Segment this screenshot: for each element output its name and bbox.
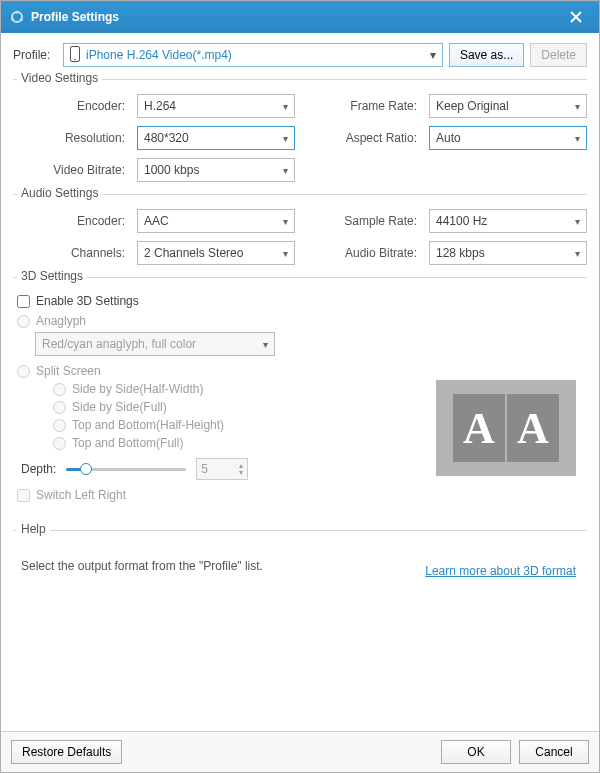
sample-rate-select[interactable]: 44100 Hz▾	[429, 209, 587, 233]
chevron-down-icon: ▾	[263, 339, 268, 350]
split-screen-label: Split Screen	[36, 364, 101, 378]
tb-full-label: Top and Bottom(Full)	[72, 436, 183, 450]
chevron-down-icon: ▾	[575, 248, 580, 259]
video-bitrate-label: Video Bitrate:	[17, 163, 125, 177]
save-as-button[interactable]: Save as...	[449, 43, 524, 67]
close-icon	[570, 11, 582, 23]
tb-full-radio	[53, 437, 66, 450]
chevron-down-icon: ▾	[575, 133, 580, 144]
frame-rate-select[interactable]: Keep Original▾	[429, 94, 587, 118]
audio-encoder-label: Encoder:	[17, 214, 125, 228]
restore-defaults-button[interactable]: Restore Defaults	[11, 740, 122, 764]
split-screen-radio	[17, 365, 30, 378]
help-title: Help	[17, 522, 50, 536]
depth-label: Depth:	[21, 462, 56, 476]
sbs-half-radio	[53, 383, 66, 396]
audio-settings-title: Audio Settings	[17, 186, 102, 200]
enable-3d-checkbox[interactable]	[17, 295, 30, 308]
title-bar: Profile Settings	[1, 1, 599, 33]
delete-button: Delete	[530, 43, 587, 67]
sbs-full-radio	[53, 401, 66, 414]
preview-aa-icon: AA	[453, 394, 559, 462]
window-title: Profile Settings	[31, 10, 119, 24]
video-settings-title: Video Settings	[17, 71, 102, 85]
resolution-label: Resolution:	[17, 131, 125, 145]
frame-rate-label: Frame Rate:	[307, 99, 417, 113]
tb-half-radio	[53, 419, 66, 432]
depth-slider[interactable]	[66, 461, 186, 477]
3d-preview: AA	[436, 380, 576, 476]
chevron-down-icon: ▾	[575, 101, 580, 112]
channels-select[interactable]: 2 Channels Stereo▾	[137, 241, 295, 265]
tb-half-label: Top and Bottom(Half-Height)	[72, 418, 224, 432]
aspect-ratio-select[interactable]: Auto▾	[429, 126, 587, 150]
3d-settings-title: 3D Settings	[17, 269, 87, 283]
switch-lr-checkbox	[17, 489, 30, 502]
channels-label: Channels:	[17, 246, 125, 260]
aspect-ratio-label: Aspect Ratio:	[307, 131, 417, 145]
help-text: Select the output format from the "Profi…	[21, 559, 587, 573]
switch-lr-label: Switch Left Right	[36, 488, 126, 502]
cancel-button[interactable]: Cancel	[519, 740, 589, 764]
spinner-arrows-icon: ▴▾	[239, 462, 243, 476]
device-icon	[70, 46, 80, 65]
profile-label: Profile:	[13, 48, 57, 62]
audio-encoder-select[interactable]: AAC▾	[137, 209, 295, 233]
depth-spinner: 5 ▴▾	[196, 458, 248, 480]
audio-bitrate-select[interactable]: 128 kbps▾	[429, 241, 587, 265]
video-encoder-select[interactable]: H.264▾	[137, 94, 295, 118]
profile-select[interactable]: iPhone H.264 Video(*.mp4) ▾	[63, 43, 443, 67]
chevron-down-icon: ▾	[283, 101, 288, 112]
enable-3d-label: Enable 3D Settings	[36, 294, 139, 308]
resolution-select[interactable]: 480*320▾	[137, 126, 295, 150]
profile-value: iPhone H.264 Video(*.mp4)	[86, 48, 232, 62]
chevron-down-icon: ▾	[283, 165, 288, 176]
video-encoder-label: Encoder:	[17, 99, 125, 113]
close-button[interactable]	[559, 1, 599, 33]
svg-point-1	[16, 11, 19, 14]
anaglyph-radio	[17, 315, 30, 328]
chevron-down-icon: ▾	[283, 133, 288, 144]
chevron-down-icon: ▾	[283, 248, 288, 259]
slider-thumb[interactable]	[80, 463, 92, 475]
anaglyph-mode-select: Red/cyan anaglyph, full color▾	[35, 332, 275, 356]
anaglyph-label: Anaglyph	[36, 314, 86, 328]
app-icon	[9, 9, 25, 25]
audio-bitrate-label: Audio Bitrate:	[307, 246, 417, 260]
svg-point-3	[11, 18, 14, 21]
sbs-half-label: Side by Side(Half-Width)	[72, 382, 203, 396]
sample-rate-label: Sample Rate:	[307, 214, 417, 228]
footer: Restore Defaults OK Cancel	[1, 731, 599, 772]
sbs-full-label: Side by Side(Full)	[72, 400, 167, 414]
chevron-down-icon: ▾	[283, 216, 288, 227]
svg-point-5	[74, 58, 76, 60]
chevron-down-icon: ▾	[430, 48, 436, 62]
video-bitrate-select[interactable]: 1000 kbps▾	[137, 158, 295, 182]
ok-button[interactable]: OK	[441, 740, 511, 764]
svg-point-2	[20, 18, 23, 21]
chevron-down-icon: ▾	[575, 216, 580, 227]
